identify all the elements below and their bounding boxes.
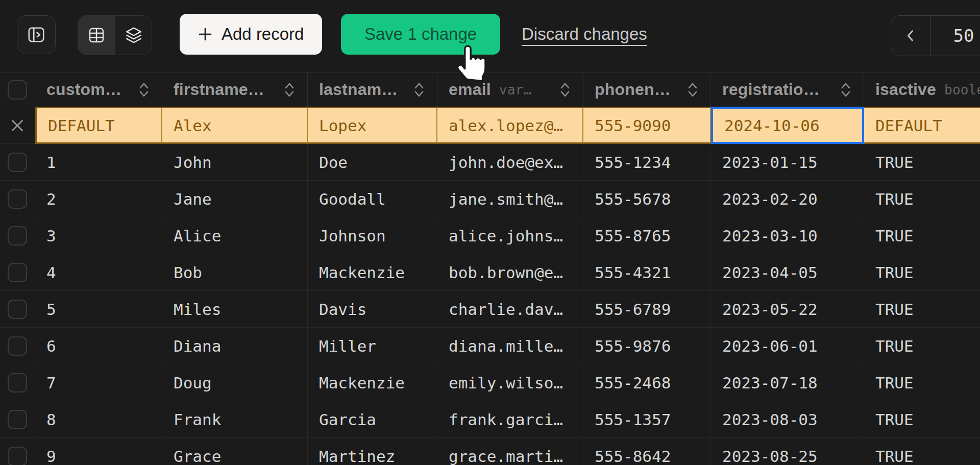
table-cell[interactable]: Grace: [162, 438, 308, 465]
table-cell[interactable]: diana.mille…: [437, 328, 583, 364]
table-cell[interactable]: 4: [35, 254, 162, 291]
row-select-cell[interactable]: [0, 328, 35, 364]
table-cell[interactable]: TRUE: [864, 254, 980, 291]
table-cell[interactable]: Miles: [162, 291, 308, 328]
table-cell[interactable]: TRUE: [864, 144, 980, 181]
table-cell[interactable]: Johnson: [308, 217, 437, 254]
previous-page-button[interactable]: [891, 15, 930, 56]
sidebar-toggle-button[interactable]: [17, 15, 56, 54]
sort-chevrons-icon[interactable]: [833, 82, 851, 98]
table-cell[interactable]: 555-8765: [583, 217, 711, 254]
table-cell[interactable]: jane.smith@…: [437, 181, 583, 217]
row-select-cell[interactable]: [0, 181, 35, 217]
table-cell[interactable]: 555-6789: [583, 291, 711, 328]
table-cell[interactable]: Davis: [308, 291, 437, 328]
pending-cell[interactable]: DEFAULT: [35, 107, 162, 144]
table-cell[interactable]: 2023-02-20: [711, 181, 864, 217]
table-cell[interactable]: TRUE: [864, 217, 980, 254]
table-cell[interactable]: 555-4321: [583, 254, 711, 291]
row-checkbox[interactable]: [8, 300, 27, 319]
pending-cell[interactable]: Lopex: [308, 107, 437, 144]
table-cell[interactable]: Garcia: [308, 401, 437, 438]
table-cell[interactable]: 2023-05-22: [711, 291, 864, 328]
pending-cell[interactable]: 2024-10-06: [711, 107, 864, 144]
row-checkbox[interactable]: [8, 189, 27, 209]
table-cell[interactable]: Frank: [162, 401, 308, 438]
table-cell[interactable]: 2023-08-03: [711, 401, 864, 438]
table-cell[interactable]: 2023-04-05: [711, 254, 864, 291]
table-cell[interactable]: Diana: [162, 328, 308, 364]
table-cell[interactable]: 7: [35, 364, 162, 401]
row-checkbox[interactable]: [8, 447, 27, 465]
table-cell[interactable]: 5: [35, 291, 162, 328]
table-cell[interactable]: TRUE: [864, 328, 980, 364]
pending-cell[interactable]: Alex: [162, 107, 308, 144]
table-cell[interactable]: 2: [35, 181, 162, 217]
table-cell[interactable]: Martinez: [308, 438, 437, 465]
table-cell[interactable]: 2023-07-18: [711, 364, 864, 401]
table-cell[interactable]: 9: [35, 438, 162, 465]
table-cell[interactable]: TRUE: [864, 291, 980, 328]
table-cell[interactable]: 555-1234: [583, 144, 711, 181]
row-select-cell[interactable]: [0, 291, 35, 328]
column-header-firstname[interactable]: firstname…: [162, 72, 308, 107]
table-cell[interactable]: Bob: [162, 254, 308, 291]
column-header-phonenumber[interactable]: phonen…: [583, 72, 711, 107]
add-record-button[interactable]: Add record: [180, 14, 322, 55]
table-cell[interactable]: TRUE: [864, 438, 980, 465]
stack-view-button[interactable]: [115, 16, 152, 55]
table-cell[interactable]: 3: [35, 217, 162, 254]
sort-chevrons-icon[interactable]: [277, 82, 295, 98]
table-cell[interactable]: Alice: [162, 217, 308, 254]
column-header-email[interactable]: email var…: [437, 72, 583, 107]
table-cell[interactable]: 2023-08-25: [711, 438, 864, 465]
table-cell[interactable]: Mackenzie: [308, 364, 437, 401]
column-header-isactive[interactable]: isactive boole: [864, 72, 980, 107]
column-header-lastname[interactable]: lastnam…: [308, 72, 437, 107]
table-cell[interactable]: alice.johns…: [437, 217, 583, 254]
table-cell[interactable]: Mackenzie: [308, 254, 437, 291]
table-cell[interactable]: John: [162, 144, 308, 181]
table-cell[interactable]: 6: [35, 328, 162, 364]
table-cell[interactable]: 2023-01-15: [711, 144, 864, 181]
select-all-checkbox[interactable]: [8, 80, 27, 100]
row-select-cell[interactable]: [0, 144, 35, 181]
table-cell[interactable]: 1: [35, 144, 162, 181]
column-header-customerid[interactable]: custom…: [35, 72, 162, 107]
row-checkbox[interactable]: [8, 336, 27, 356]
pending-cell[interactable]: alex.lopez@…: [437, 107, 583, 144]
table-cell[interactable]: 555-2468: [583, 364, 711, 401]
table-cell[interactable]: 555-5678: [583, 181, 711, 217]
table-cell[interactable]: TRUE: [864, 401, 980, 438]
table-cell[interactable]: emily.wilso…: [437, 364, 583, 401]
table-cell[interactable]: TRUE: [864, 181, 980, 217]
table-view-button[interactable]: [78, 16, 115, 55]
pending-cell[interactable]: DEFAULT: [864, 107, 980, 144]
table-cell[interactable]: 555-8642: [583, 438, 711, 465]
row-select-cell[interactable]: [0, 254, 35, 291]
row-select-cell[interactable]: [0, 401, 35, 438]
row-checkbox[interactable]: [8, 373, 27, 393]
table-cell[interactable]: 555-9876: [583, 328, 711, 364]
remove-pending-row-cell[interactable]: [0, 107, 35, 144]
row-checkbox[interactable]: [8, 263, 27, 282]
sort-chevrons-icon[interactable]: [552, 82, 571, 98]
row-select-cell[interactable]: [0, 364, 35, 401]
column-header-registrationdate[interactable]: registratio…: [711, 72, 864, 107]
table-cell[interactable]: john.doe@ex…: [437, 144, 583, 181]
table-cell[interactable]: bob.brown@e…: [437, 254, 583, 291]
table-cell[interactable]: 555-1357: [583, 401, 711, 438]
table-cell[interactable]: 2023-03-10: [711, 217, 864, 254]
table-cell[interactable]: Doe: [308, 144, 437, 181]
row-checkbox[interactable]: [8, 153, 27, 172]
table-cell[interactable]: frank.garci…: [437, 401, 583, 438]
table-cell[interactable]: 8: [35, 401, 162, 438]
row-select-cell[interactable]: [0, 217, 35, 254]
discard-changes-link[interactable]: Discard changes: [522, 14, 647, 55]
table-cell[interactable]: Doug: [162, 364, 308, 401]
table-cell[interactable]: grace.marti…: [437, 438, 583, 465]
pending-cell[interactable]: 555-9090: [583, 107, 711, 144]
row-checkbox[interactable]: [8, 226, 27, 246]
table-cell[interactable]: 2023-06-01: [711, 328, 864, 364]
page-size-value[interactable]: 50: [930, 15, 980, 56]
